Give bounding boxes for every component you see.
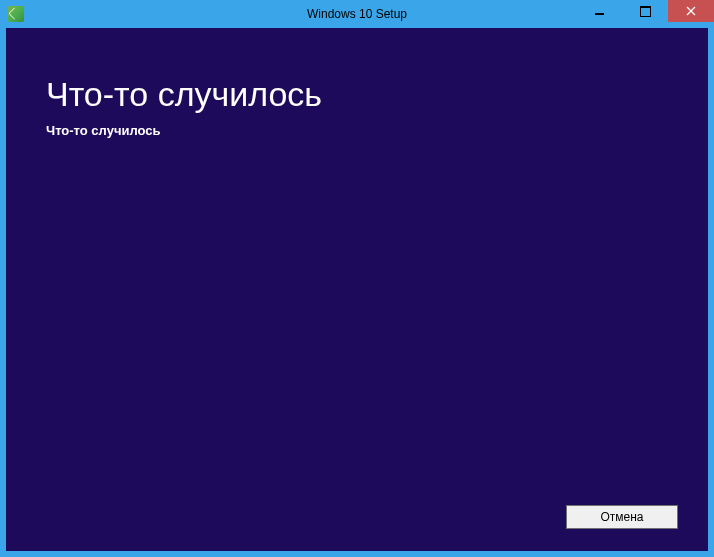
cancel-button[interactable]: Отмена [566, 505, 678, 529]
window-controls [576, 0, 714, 22]
maximize-button[interactable] [622, 0, 668, 22]
error-heading: Что-то случилось [46, 76, 668, 113]
close-icon [686, 6, 696, 16]
minimize-button[interactable] [576, 0, 622, 22]
window-title: Windows 10 Setup [307, 7, 407, 21]
error-message: Что-то случилось [46, 123, 668, 138]
close-button[interactable] [668, 0, 714, 22]
titlebar: Windows 10 Setup [0, 0, 714, 28]
content-area: Что-то случилось Что-то случилось Отмена [6, 28, 708, 551]
app-icon [8, 6, 24, 22]
